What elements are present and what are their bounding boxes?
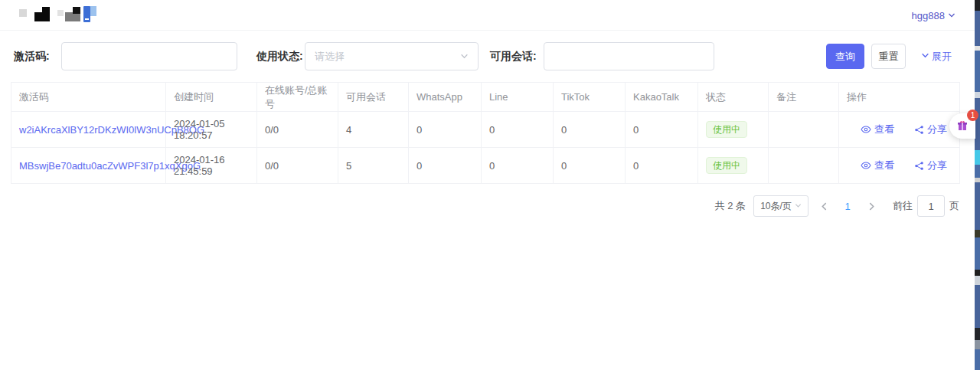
kakaotalk-cell: 0	[626, 148, 698, 184]
whatsapp-cell: 0	[409, 148, 482, 184]
share-label: 分享	[927, 123, 947, 136]
expand-label: 展开	[932, 50, 952, 64]
filter-bar: 激活码: 使用状态: 请选择 可用会话: 查询 重置 展开	[0, 42, 980, 70]
chevron-down-icon	[795, 201, 802, 211]
line-cell: 0	[482, 112, 554, 148]
view-label: 查看	[874, 123, 894, 136]
status-badge: 使用中	[706, 121, 747, 138]
user-menu[interactable]: hgg888	[912, 0, 956, 31]
col-whatsapp: WhatsApp	[409, 83, 482, 112]
search-button[interactable]: 查询	[826, 44, 864, 69]
col-activation-code: 激活码	[11, 83, 166, 112]
col-online-total: 在线账号/总账号	[257, 83, 338, 112]
table-header-row: 激活码 创建时间 在线账号/总账号 可用会话 WhatsApp Line Tik…	[11, 83, 960, 112]
share-icon	[914, 161, 924, 171]
view-label: 查看	[874, 159, 894, 172]
col-sessions: 可用会话	[338, 83, 409, 112]
sessions-cell: 4	[338, 112, 409, 148]
col-kakaotalk: KakaoTalk	[626, 83, 698, 112]
sessions-cell: 5	[338, 148, 409, 184]
col-remark: 备注	[769, 83, 839, 112]
page-size-value: 10条/页	[760, 200, 792, 213]
page-unit-label: 页	[949, 199, 959, 213]
online-total-cell: 0/0	[257, 112, 338, 148]
col-actions: 操作	[839, 83, 960, 112]
share-icon	[914, 125, 924, 135]
col-tiktok: TikTok	[554, 83, 626, 112]
available-sessions-label: 可用会话:	[490, 42, 537, 70]
col-status: 状态	[698, 83, 769, 112]
available-sessions-input[interactable]	[544, 42, 714, 70]
page: hgg888 激活码: 使用状态: 请选择 可用会话: 查询 重置 展开	[0, 0, 980, 370]
pagination-total: 共 2 条	[715, 199, 746, 213]
top-navbar: hgg888	[0, 0, 980, 31]
col-line: Line	[482, 83, 554, 112]
created-time-cell: 2024-01-16 21:45:59	[166, 148, 257, 184]
col-created-time: 创建时间	[166, 83, 257, 112]
next-page-button[interactable]	[864, 195, 879, 217]
floating-helper-widget[interactable]: 1	[949, 113, 975, 139]
notification-badge: 1	[967, 110, 978, 121]
tiktok-cell: 0	[554, 148, 626, 184]
page-size-select[interactable]: 10条/页	[753, 195, 808, 217]
eye-icon	[861, 124, 871, 135]
username: hgg888	[912, 10, 945, 21]
reset-button[interactable]: 重置	[871, 44, 906, 69]
eye-icon	[861, 160, 871, 171]
expand-toggle[interactable]: 展开	[921, 42, 952, 70]
activation-code-input[interactable]	[61, 42, 237, 70]
created-time-cell: 2024-01-05 18:20:57	[166, 112, 257, 148]
chevron-down-icon	[460, 50, 469, 64]
current-page[interactable]: 1	[839, 201, 856, 212]
share-button[interactable]: 分享	[914, 123, 947, 136]
chevron-down-icon	[921, 51, 929, 62]
view-button[interactable]: 查看	[861, 123, 894, 136]
app-logo	[19, 5, 100, 25]
screen-edge-artifact	[975, 0, 980, 370]
table-row: w2iAKrcaXlBY12rDKzWI0lW3nUCpB8OG 2024-01…	[11, 112, 960, 148]
share-label: 分享	[927, 159, 947, 172]
prev-page-button[interactable]	[816, 195, 831, 217]
usage-status-label: 使用状态:	[256, 42, 303, 70]
chevron-down-icon	[948, 11, 956, 19]
activation-code-label: 激活码:	[14, 42, 50, 70]
usage-status-placeholder: 请选择	[315, 50, 345, 64]
online-total-cell: 0/0	[257, 148, 338, 184]
whatsapp-cell: 0	[409, 112, 482, 148]
remark-cell	[769, 112, 839, 148]
pagination: 共 2 条 10条/页 1 前往 页	[715, 195, 959, 217]
goto-page-input[interactable]	[917, 195, 945, 217]
line-cell: 0	[482, 148, 554, 184]
remark-cell	[769, 148, 839, 184]
gift-icon	[956, 120, 969, 135]
share-button[interactable]: 分享	[914, 159, 947, 172]
table-row: MBswjBe70adtu0acZvWPF3l7p1xqXgoG 2024-01…	[11, 148, 960, 184]
kakaotalk-cell: 0	[626, 112, 698, 148]
usage-status-select[interactable]: 请选择	[305, 42, 479, 70]
activation-codes-table: 激活码 创建时间 在线账号/总账号 可用会话 WhatsApp Line Tik…	[11, 82, 960, 184]
view-button[interactable]: 查看	[861, 159, 894, 172]
status-badge: 使用中	[706, 157, 747, 174]
goto-label: 前往	[893, 199, 913, 213]
tiktok-cell: 0	[554, 112, 626, 148]
